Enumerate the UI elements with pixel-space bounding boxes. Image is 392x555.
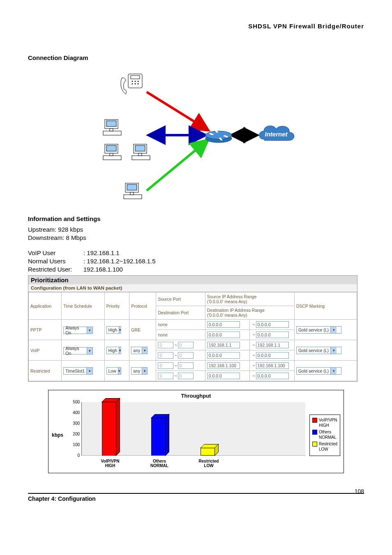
ytick: 0	[65, 453, 80, 458]
text-input[interactable]: 0	[178, 373, 194, 379]
text-input[interactable]: 0.0.0.0	[256, 352, 289, 359]
svg-rect-27	[130, 192, 134, 195]
svg-line-2	[147, 141, 206, 191]
text-input[interactable]: 192.168.1.100	[207, 362, 240, 369]
legend-item: VoIP/VPNHIGH	[312, 417, 337, 428]
cell-src-port: 0~0	[156, 361, 205, 371]
text-input[interactable]: 0	[178, 362, 194, 369]
page-number: 108	[355, 488, 364, 495]
bar	[151, 417, 169, 456]
connection-diagram: Internet	[97, 67, 295, 207]
select[interactable]: Low▾	[106, 367, 121, 375]
normal-users-value: : 192.168.1.2~192.168.1.5	[83, 257, 156, 265]
text-input[interactable]: 0	[178, 352, 194, 359]
restricted-user-label: Restricted User:	[28, 265, 83, 274]
select[interactable]: any▾	[131, 347, 148, 354]
select[interactable]: Gold service (L)▾	[296, 347, 341, 354]
text-input[interactable]: 0.0.0.0	[207, 332, 240, 338]
text-input[interactable]: 0.0.0.0	[256, 321, 289, 328]
text-input[interactable]: 0.0.0.0	[207, 321, 240, 328]
upstream-text: Upstream: 928 kbps	[28, 226, 364, 234]
chevron-down-icon: ▾	[119, 347, 121, 354]
normal-users-label: Normal Users	[28, 257, 83, 265]
bar	[102, 401, 120, 456]
ytick: 300	[65, 421, 80, 426]
text-input[interactable]: 0.0.0.0	[207, 373, 240, 379]
downstream-text: Downstream: 8 Mbps	[28, 234, 364, 242]
th-application: Application	[29, 292, 62, 320]
select[interactable]: Always On▾	[63, 327, 93, 334]
chevron-down-icon: ▾	[142, 368, 147, 374]
select[interactable]: TimeSlot1▾	[63, 367, 93, 375]
ytick: 100	[65, 442, 80, 447]
text-input[interactable]: 0	[158, 352, 173, 359]
select[interactable]: Gold service (L)▾	[296, 367, 341, 375]
pc-icon	[122, 182, 143, 202]
section-title-info: Information and Settings	[28, 215, 364, 222]
chevron-down-icon: ▾	[86, 368, 92, 374]
voip-phone-icon	[120, 71, 149, 96]
ytick: 200	[65, 432, 80, 436]
chevron-down-icon: ▾	[330, 368, 337, 374]
text-input[interactable]: 192.168.1.1	[256, 342, 289, 348]
cell-application: Restricted	[29, 361, 62, 381]
svg-rect-25	[127, 184, 137, 190]
router-icon	[204, 127, 233, 143]
text-input[interactable]: 0	[158, 342, 173, 348]
text-input[interactable]: 192.168.1.100	[256, 362, 289, 369]
svg-rect-23	[138, 153, 142, 156]
svg-rect-26	[124, 195, 142, 199]
th-protocol: Protocol	[129, 292, 156, 320]
chart-ylabel: kbps	[52, 402, 65, 468]
text-input[interactable]: 192.168.1.1	[207, 342, 240, 348]
svg-point-6	[132, 81, 133, 82]
pc-icon	[101, 143, 123, 163]
th-src-ip: Source IP Address Range('0.0.0.0' means …	[205, 292, 294, 306]
section-title-diagram: Connection Diagram	[28, 54, 364, 61]
select[interactable]: any▾	[131, 367, 148, 375]
text-input[interactable]: 0	[158, 373, 173, 379]
chevron-down-icon: ▾	[142, 347, 147, 354]
th-dscp: DSCP Marking	[294, 292, 357, 320]
select[interactable]: High▾	[106, 326, 121, 334]
ytick: 400	[65, 410, 80, 415]
th-dst-port: Destination Port	[156, 306, 205, 320]
chevron-down-icon: ▾	[118, 368, 121, 374]
svg-rect-19	[110, 153, 113, 156]
th-priority: Priority	[104, 292, 129, 320]
svg-point-9	[132, 83, 133, 85]
text-input[interactable]: 0.0.0.0	[256, 373, 289, 379]
text-input[interactable]: 0	[158, 362, 173, 369]
pc-icon	[130, 143, 152, 163]
select[interactable]: Gold service (L)▾	[296, 326, 341, 334]
svg-rect-21	[135, 145, 145, 151]
cell-dst-port: 0~0	[156, 371, 205, 381]
text-input[interactable]: 0.0.0.0	[207, 352, 240, 359]
cell-src-port: none	[156, 320, 205, 330]
svg-rect-18	[103, 156, 121, 160]
legend-item: RestrictedLOW	[312, 441, 337, 452]
svg-rect-5	[131, 76, 140, 79]
legend-item: OthersNORMAL	[312, 429, 337, 440]
voip-user-label: VoIP User	[28, 249, 83, 257]
cell-dst-port: 0~0	[156, 350, 205, 361]
bar	[201, 447, 219, 456]
voip-user-value: : 192.168.1.1	[83, 249, 120, 257]
chart-legend: VoIP/VPNHIGHOthersNORMALRestrictedLOW	[309, 415, 340, 456]
xlabel: VoIP/VPNHIGH	[94, 459, 127, 468]
select[interactable]: High▾	[106, 347, 121, 354]
chevron-down-icon: ▾	[330, 347, 337, 354]
svg-point-10	[135, 83, 136, 85]
chevron-down-icon: ▾	[87, 327, 92, 334]
svg-point-7	[135, 81, 136, 82]
panel-subtitle: Configuration (from LAN to WAN packet)	[28, 284, 357, 292]
chevron-down-icon: ▾	[119, 327, 121, 333]
svg-rect-17	[106, 145, 116, 151]
svg-rect-14	[103, 131, 121, 135]
svg-rect-22	[132, 156, 150, 160]
prioritization-panel: Prioritization Configuration (from LAN t…	[28, 275, 357, 382]
text-input[interactable]: 0.0.0.0	[256, 332, 289, 338]
text-input[interactable]: 0	[178, 342, 194, 348]
cell-dst-port: none	[156, 330, 205, 340]
select[interactable]: Always On▾	[63, 347, 93, 355]
